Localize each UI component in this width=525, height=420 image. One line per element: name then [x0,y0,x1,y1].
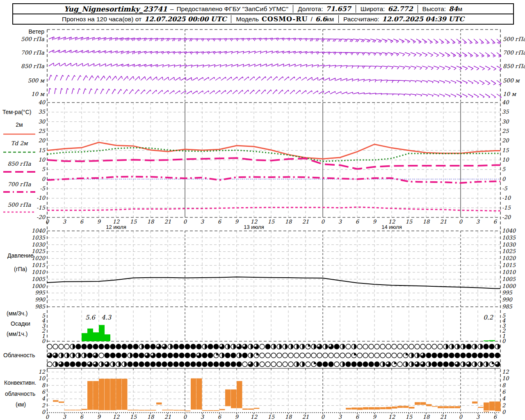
cloud-cover-symbol [53,344,58,349]
temperature-legend-label: 2м [16,121,23,128]
cloud-cover-symbol [386,344,391,349]
cloud-cover-fill [162,353,167,358]
convective-tick-left: 4 [42,395,46,402]
hour-label-mid: 3 [338,219,342,225]
temp-tick-right: 10 [502,157,509,163]
cloud-cover-symbol [397,344,402,349]
hour-label-mid: 21 [164,219,171,225]
alt-label: Высота: [422,5,446,13]
convective-cloud-bar [128,410,133,411]
temp-tick-right: 40 [502,99,509,105]
cloud-cover-symbol [409,344,414,349]
precip-bar [93,332,99,341]
cloud-cover-fill [394,362,397,364]
cloud-cover-fill [492,362,494,364]
cloud-cover-fill [87,344,92,349]
temp-series-Td 2м [47,148,500,161]
cloud-cover-fill [110,353,115,358]
temp-tick-left: 30 [38,119,46,125]
cloud-cover-symbol [311,353,316,358]
precip-bar [87,329,93,341]
wind-level-label-right: 10 м [503,91,516,97]
convective-cloud-bar [225,389,231,406]
hour-label-bottom: 0 [183,414,187,420]
temp-tick-left: -5 [40,185,45,192]
pressure-tick-right: 1000 [502,283,516,289]
hour-label-bottom: 21 [302,414,309,420]
cloud-cover-fill [145,344,150,349]
cloud-cover-fill [214,344,219,349]
hour-label-mid: 3 [476,219,480,225]
cloud-cover-fill [489,344,494,349]
cloud-cover-fill [208,362,213,367]
convective-tick-left: 6 [42,389,46,395]
cloud-cover-fill [484,353,488,358]
hour-label-bottom: 15 [268,414,275,420]
cloud-cover-symbol [438,344,443,349]
model-res-unit: км [327,16,334,23]
cloud-cover-fill [323,362,328,367]
convective-cloud-bar [432,406,438,407]
cloud-cover-fill [185,362,190,367]
pressure-tick-left: 990 [35,297,46,303]
convective-cloud-bar [392,406,397,409]
pressure-tick-left: 985 [35,304,46,310]
convective-cloud-bar [162,410,168,411]
cloud-cover-fill [82,362,87,367]
precip-bar [105,334,110,341]
cloud-cover-fill [179,362,184,367]
pressure-tick-left: 1000 [32,283,46,289]
cloud-cover-symbol [397,353,402,358]
cloud-cover-fill [133,362,138,367]
convective-cloud-bar [403,406,409,408]
convective-cloud-bar [214,410,219,411]
cloud-cover-fill [191,353,196,358]
cloud-cover-fill [191,344,196,349]
cloud-cover-fill [99,344,104,349]
temp-tick-left: -20 [37,214,46,220]
convective-cloud-bar [248,409,254,410]
temp-series-850 гПа [47,158,500,169]
cloud-cover-symbol [288,353,293,358]
cloud-cover-fill [93,344,98,349]
cloud-cover-symbol [47,362,52,367]
cloud-cover-fill [185,353,190,358]
cloud-cover-symbol [380,344,385,349]
cloud-cover-fill [202,353,207,358]
hour-label-bottom: 6 [80,414,84,420]
hour-label-bottom: 18 [147,414,155,420]
hour-label-mid: 18 [423,219,430,225]
hour-label-bottom: 12 [388,414,395,420]
cloud-cover-fill [133,353,138,358]
pressure-tick-right: 1020 [502,255,516,261]
convective-cloud-bar [145,410,151,411]
convective-tick-left: 2 [42,402,46,409]
cloud-cover-symbol [346,344,351,349]
cloud-cover-fill [406,353,408,356]
pressure-tick-right: 1010 [502,269,516,275]
temp-tick-right: -10 [502,195,511,201]
lat-label: Широта: [361,5,385,13]
convective-cloud-bar [495,402,501,411]
hour-label-bottom: 6 [356,414,360,420]
hour-label-bottom: 15 [130,414,137,420]
convective-cloud-bar [369,407,374,410]
convective-cloud-bar [133,410,139,411]
wind-level-label-right: 850 гПа [503,63,525,69]
cloud-cover-fill [219,362,224,367]
convective-cloud-bar [374,407,380,410]
cloud-cover-fill [237,362,242,367]
convective-cloud-bar [139,410,145,411]
cloud-cover-fill [156,362,161,367]
convective-cloud-bar [59,402,64,403]
hour-label-mid: 15 [406,219,413,225]
convective-cloud-bar [455,406,461,408]
model-sep: / [310,16,312,23]
date-label: 13 июля [244,224,264,230]
cloud-cover-fill [151,362,155,367]
temp-tick-left: 20 [38,137,46,144]
hour-label-mid: 9 [373,219,377,225]
temp-series-700 гПа [47,177,500,183]
wind-barbs-500 гПа [49,37,501,44]
temperature-panel-title: Тем-ра(°C) [2,109,31,115]
